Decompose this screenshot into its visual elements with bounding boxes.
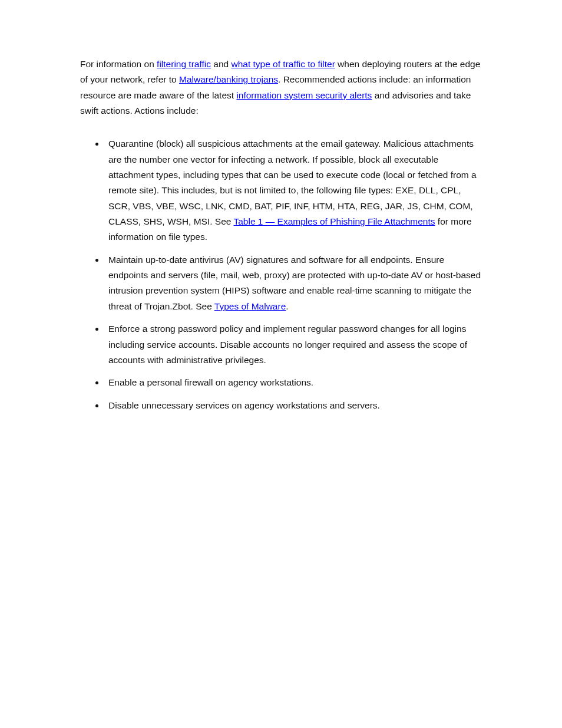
list-item: Disable unnecessary services on agency w…: [105, 398, 482, 413]
item-text: Maintain up-to-date antivirus (AV) signa…: [108, 255, 481, 311]
link-traffic-type[interactable]: what type of traffic to filter: [231, 59, 335, 69]
item-text: Quarantine (block) all suspicious attach…: [108, 139, 477, 226]
list-item: Enforce a strong password policy and imp…: [105, 321, 482, 368]
item-text: Disable unnecessary services on agency w…: [108, 400, 380, 410]
intro-text-4: . Recommended actions include:: [278, 74, 411, 84]
item-text: Enforce a strong password policy and imp…: [108, 324, 467, 365]
item-text-tail: .: [286, 301, 288, 311]
link-malware-trojans[interactable]: Malware/banking trojans: [179, 74, 278, 84]
list-item: Enable a personal firewall on agency wor…: [105, 375, 482, 390]
intro-paragraph: For information on filtering traffic and…: [80, 57, 482, 118]
link-filtering-traffic[interactable]: filtering traffic: [157, 59, 211, 69]
link-table-1[interactable]: Table 1 — Examples of Phishing File Atta…: [233, 216, 435, 226]
item-text: Enable a personal firewall on agency wor…: [108, 377, 313, 387]
link-security-alerts[interactable]: information system security alerts: [236, 90, 372, 100]
link-types-of-malware[interactable]: Types of Malware: [214, 301, 286, 311]
intro-text-1: For information on: [80, 59, 157, 69]
intro-text-2: and: [211, 59, 231, 69]
recommendations-list: Quarantine (block) all suspicious attach…: [80, 136, 482, 413]
list-item: Maintain up-to-date antivirus (AV) signa…: [105, 252, 482, 314]
list-item: Quarantine (block) all suspicious attach…: [105, 136, 482, 245]
